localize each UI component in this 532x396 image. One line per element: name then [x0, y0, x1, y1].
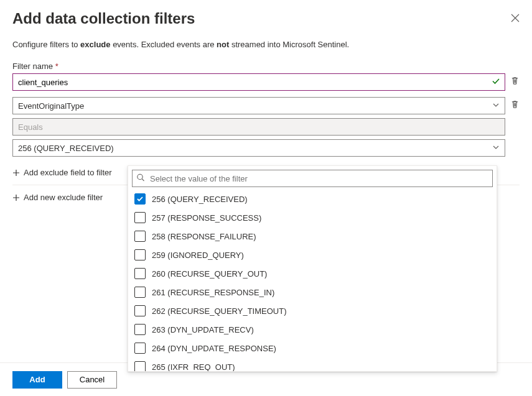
dropdown-option[interactable]: 257 (RESPONSE_SUCCESS) — [128, 208, 497, 227]
checkbox[interactable] — [134, 249, 146, 260]
dropdown-option[interactable]: 259 (IGNORED_QUERY) — [128, 246, 497, 264]
option-label: 262 (RECURSE_QUERY_TIMEOUT) — [152, 306, 286, 316]
checkbox[interactable] — [134, 268, 146, 279]
checkbox[interactable] — [134, 193, 146, 205]
trash-icon — [510, 100, 520, 109]
field-select[interactable]: EventOriginalType — [12, 97, 505, 114]
operator-select: Equals — [12, 118, 505, 136]
plus-icon — [12, 194, 20, 201]
dropdown-option[interactable]: 262 (RECURSE_QUERY_TIMEOUT) — [128, 302, 497, 320]
checkbox[interactable] — [134, 305, 146, 316]
checkbox[interactable] — [134, 231, 146, 242]
dropdown-search-input[interactable] — [132, 170, 493, 187]
option-label: 257 (RESPONSE_SUCCESS) — [152, 213, 261, 223]
checkbox[interactable] — [134, 324, 146, 335]
checkbox[interactable] — [134, 212, 146, 223]
description-text: Configure filters to exclude events. Exc… — [12, 40, 520, 49]
option-label: 259 (IGNORED_QUERY) — [152, 251, 244, 260]
filter-name-input[interactable] — [12, 73, 505, 91]
value-select[interactable]: 256 (QUERY_RECEIVED) — [12, 139, 505, 157]
plus-icon — [12, 169, 20, 177]
dropdown-option[interactable]: 263 (DYN_UPDATE_RECV) — [128, 320, 497, 339]
options-list[interactable]: 256 (QUERY_RECEIVED)257 (RESPONSE_SUCCES… — [128, 190, 497, 371]
close-button[interactable] — [511, 10, 520, 24]
delete-field-button[interactable] — [510, 100, 520, 111]
dropdown-option[interactable]: 265 (IXFR_REQ_OUT) — [128, 357, 497, 371]
operator-select-value: Equals — [18, 122, 43, 132]
chevron-down-icon — [492, 101, 500, 111]
option-label: 265 (IXFR_REQ_OUT) — [152, 362, 235, 372]
add-button[interactable]: Add — [12, 371, 62, 389]
svg-point-0 — [138, 174, 142, 179]
delete-filter-button[interactable] — [510, 76, 520, 88]
option-label: 261 (RECURSE_RESPONSE_IN) — [152, 288, 274, 297]
option-label: 258 (RESPONSE_FAILURE) — [152, 232, 256, 241]
filter-name-label: Filter name * — [12, 62, 505, 71]
chevron-down-icon — [492, 144, 500, 153]
option-label: 264 (DYN_UPDATE_RESPONSE) — [152, 344, 276, 353]
checkbox[interactable] — [134, 343, 146, 354]
dropdown-option[interactable]: 256 (QUERY_RECEIVED) — [128, 190, 497, 208]
option-label: 263 (DYN_UPDATE_RECV) — [152, 325, 254, 334]
close-icon — [511, 14, 520, 22]
dropdown-option[interactable]: 264 (DYN_UPDATE_RESPONSE) — [128, 339, 497, 357]
value-select-display: 256 (QUERY_RECEIVED) — [18, 144, 114, 153]
dropdown-option[interactable]: 260 (RECURSE_QUERY_OUT) — [128, 264, 497, 283]
trash-icon — [510, 76, 520, 86]
checkbox[interactable] — [134, 287, 146, 298]
option-label: 260 (RECURSE_QUERY_OUT) — [152, 269, 267, 279]
dropdown-option[interactable]: 261 (RECURSE_RESPONSE_IN) — [128, 283, 497, 302]
checkbox[interactable] — [134, 361, 146, 371]
panel-title: Add data collection filters — [12, 10, 195, 27]
check-icon — [136, 195, 144, 203]
dropdown-option[interactable]: 258 (RESPONSE_FAILURE) — [128, 227, 497, 246]
search-icon — [136, 173, 145, 184]
value-dropdown: 256 (QUERY_RECEIVED)257 (RESPONSE_SUCCES… — [128, 165, 497, 372]
check-icon — [492, 77, 500, 88]
option-label: 256 (QUERY_RECEIVED) — [152, 195, 248, 204]
cancel-button[interactable]: Cancel — [67, 371, 117, 389]
field-select-value: EventOriginalType — [18, 101, 84, 111]
